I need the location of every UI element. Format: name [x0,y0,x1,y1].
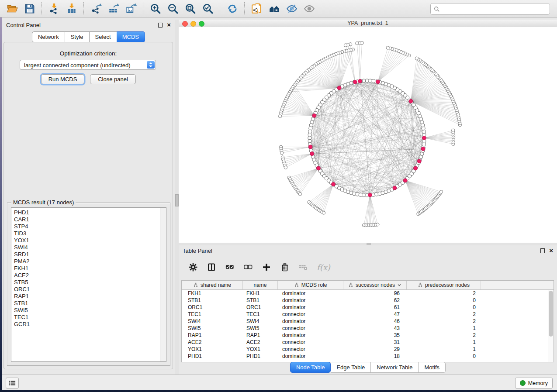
close-panel-icon[interactable]: × [167,21,171,29]
toolbar-separator [143,2,144,15]
mcds-result-item[interactable]: SWI5 [11,307,166,314]
first-neighbors-button[interactable] [267,2,282,16]
mcds-list-scrollbar[interactable] [160,208,166,361]
tab-network-table[interactable]: Network Table [371,362,419,373]
mcds-result-item[interactable]: YOX1 [11,237,166,244]
mcds-result-item[interactable]: TID3 [11,230,166,237]
export-image-icon [125,3,137,14]
mcds-result-item[interactable]: ACE2 [11,272,166,279]
table-row[interactable]: ORC1ORC1dominator610 [182,304,554,311]
new-network-from-selection-button[interactable] [249,2,264,16]
cell-mcds-role: connector [278,311,343,318]
tab-motifs[interactable]: Motifs [419,362,446,373]
mcds-result-item[interactable]: TEC1 [11,314,166,321]
mcds-result-item[interactable]: STP4 [11,223,166,230]
tab-node-table[interactable]: Node Table [290,362,331,373]
table-row[interactable]: TEC1TEC1connector472 [182,311,554,318]
run-mcds-button[interactable]: Run MCDS [41,74,84,84]
export-table-button[interactable] [106,2,121,16]
vertical-split-divider[interactable] [175,20,179,375]
memory-button[interactable]: Memory [515,378,553,389]
column-header-mcds-role[interactable]: MCDS role [278,281,343,289]
hide-selected-button[interactable] [284,2,299,16]
save-session-button[interactable] [22,2,37,16]
column-header-label: name [253,282,266,288]
cell-successor-nodes: 61 [343,304,407,311]
table-row[interactable]: ACE2ACE2connector311 [182,339,554,346]
add-column-button[interactable] [262,262,271,272]
select-all-button[interactable] [225,262,235,272]
export-image-button[interactable] [124,2,138,16]
delete-column-button[interactable] [280,262,290,272]
import-table-button[interactable] [64,2,79,16]
close-panel-icon[interactable]: × [549,246,553,255]
table-row[interactable]: FKH1FKH1dominator962 [182,290,554,297]
search-input[interactable] [442,4,550,14]
divider-handle[interactable] [367,243,371,245]
zoom-fit-button[interactable] [183,2,198,16]
import-network-button[interactable] [47,2,62,16]
table-row[interactable]: SWI5SWI5connector431 [182,325,554,332]
tab-select[interactable]: Select [90,31,117,42]
mcds-result-item[interactable]: GCR1 [11,321,166,328]
mcds-result-item[interactable]: PHD1 [11,209,166,216]
table-row[interactable]: SWI4SWI4dominator462 [182,318,554,325]
mcds-result-item[interactable]: SWI4 [11,244,166,251]
zoom-out-button[interactable] [166,2,180,16]
cell-predecessor-nodes: 2 [407,311,481,318]
column-header-predecessor-nodes[interactable]: predecessor nodes [407,281,481,289]
show-columns-button[interactable] [207,262,216,272]
mcds-result-item[interactable]: STB1 [11,300,166,307]
table-row[interactable]: PHD1PHD1dominator180 [182,353,554,360]
mcds-result-item[interactable]: FKH1 [11,265,166,272]
zoom-in-button[interactable] [148,2,163,16]
show-all-button[interactable] [302,2,317,16]
delete-table-button-disabled[interactable] [298,262,308,272]
export-network-icon [90,3,102,14]
tab-mcds[interactable]: MCDS [117,31,145,42]
show-panels-button[interactable] [6,378,19,389]
cell-shared-name: ORC1 [182,304,243,311]
table-row[interactable]: STB1STB1dominator620 [182,297,554,304]
mcds-result-item[interactable]: STB5 [11,279,166,286]
zoom-selected-button[interactable] [201,2,215,16]
float-panel-icon[interactable] [540,248,545,253]
column-header-name[interactable]: name [243,281,278,289]
criterion-select[interactable]: largest connected component (undirected) [20,60,156,70]
mcds-result-item[interactable]: ORC1 [11,286,166,293]
deselect-all-button[interactable] [243,262,253,272]
tab-style[interactable]: Style [65,31,90,42]
divider-handle[interactable] [175,194,179,206]
mcds-result-item[interactable]: SRD1 [11,251,166,258]
tab-edge-table[interactable]: Edge Table [331,362,371,373]
table-row[interactable]: YOX1YOX1connector291 [182,346,554,353]
tab-network[interactable]: Network [32,31,65,42]
export-network-button[interactable] [89,2,104,16]
import-network-icon [48,3,60,14]
table-panel-title: Table Panel [183,248,212,254]
table-scrollbar-thumb[interactable] [549,291,553,337]
node-table-body: FKH1FKH1dominator962STB1STB1dominator620… [182,290,554,360]
column-header-successor-nodes[interactable]: successor nodes [343,281,407,289]
network-canvas[interactable] [179,27,557,243]
mcds-result-item[interactable]: CAR1 [11,216,166,223]
float-panel-icon[interactable] [158,23,163,28]
column-header-label: shared name [201,282,231,288]
mcds-result-title: MCDS result (17 nodes) [11,199,76,206]
open-session-button[interactable] [5,2,20,16]
network-window-titlebar[interactable]: YPA_prune.txt_1 [179,20,557,28]
table-scrollbar[interactable] [548,290,554,362]
refresh-view-button[interactable] [225,2,240,16]
function-builder-button-disabled[interactable]: f(x) [317,263,330,272]
table-row[interactable]: RAP1RAP1dominator352 [182,332,554,339]
close-panel-button[interactable]: Close panel [90,74,136,84]
column-header-shared-name[interactable]: shared name [182,281,243,289]
table-settings-button[interactable] [188,262,198,272]
mcds-result-item[interactable]: PMA2 [11,258,166,265]
zoom-out-icon [167,3,179,14]
column-header-filler [481,281,554,289]
cell-name: ORC1 [243,304,278,311]
application-window: Control Panel × NetworkStyleSelectMCDS O… [0,0,557,392]
zoom-selected-icon [202,3,214,14]
mcds-result-item[interactable]: RAP1 [11,293,166,300]
